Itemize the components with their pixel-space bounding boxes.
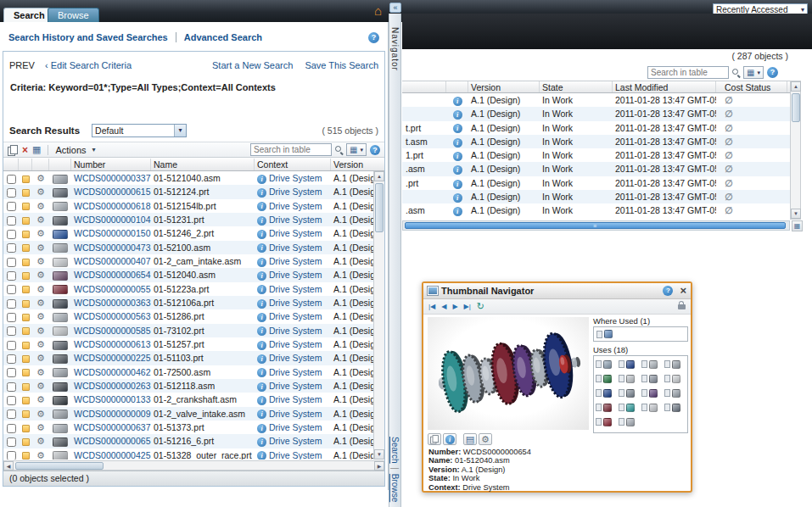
start-new-search-link[interactable]: Start a New Search bbox=[212, 60, 293, 70]
settings-button[interactable]: ⚙ bbox=[479, 433, 492, 445]
row-checkbox[interactable] bbox=[7, 175, 16, 184]
context-link[interactable]: Drive System bbox=[269, 394, 322, 404]
part-thumbnail[interactable] bbox=[53, 396, 68, 405]
context-link[interactable]: Drive System bbox=[269, 339, 322, 349]
save-this-search-link[interactable]: Save This Search bbox=[305, 60, 378, 70]
info-icon[interactable]: i bbox=[257, 368, 266, 377]
info-icon[interactable]: i bbox=[453, 152, 462, 161]
row-checkbox[interactable] bbox=[7, 271, 16, 281]
info-icon[interactable]: i bbox=[257, 299, 266, 309]
actions-gear-icon[interactable]: ⚙ bbox=[36, 450, 45, 460]
part-thumbnail[interactable] bbox=[53, 354, 68, 364]
info-icon[interactable]: i bbox=[257, 243, 266, 253]
info-icon[interactable]: i bbox=[257, 424, 266, 433]
actions-menu[interactable]: Actions bbox=[55, 145, 86, 155]
table-row[interactable]: ⚙ WCDS0000000615 01-512124.prt iDrive Sy… bbox=[3, 185, 373, 198]
part-thumbnail[interactable] bbox=[53, 258, 68, 267]
context-link[interactable]: Drive System bbox=[269, 298, 322, 308]
properties-button[interactable]: i bbox=[443, 433, 456, 445]
row-checkbox[interactable] bbox=[7, 326, 16, 336]
info-icon[interactable]: i bbox=[453, 193, 462, 203]
table-row[interactable]: ⚙ WCDS0000000613 01-51257.prt iDrive Sys… bbox=[3, 337, 373, 351]
table-row[interactable]: t.prt i A.1 (Design) In Work 2011-01-28 … bbox=[402, 121, 790, 135]
scrollbar-thumb[interactable] bbox=[15, 462, 104, 470]
table-row[interactable]: ⚙ WCDS0000000637 01-51373.prt iDrive Sys… bbox=[3, 421, 373, 434]
part-thumbnail[interactable] bbox=[53, 326, 68, 336]
column-header-thumbnail[interactable] bbox=[49, 159, 71, 170]
column-header-context[interactable]: Context bbox=[255, 159, 331, 170]
info-icon[interactable]: i bbox=[257, 326, 266, 336]
part-thumbnail[interactable] bbox=[53, 202, 68, 211]
row-checkbox[interactable] bbox=[7, 299, 16, 309]
uses-item[interactable] bbox=[596, 416, 615, 427]
row-checkbox[interactable] bbox=[7, 230, 16, 239]
row-checkbox[interactable] bbox=[7, 354, 16, 364]
number-link[interactable]: WCDS0000000585 bbox=[74, 326, 150, 336]
uses-item[interactable] bbox=[664, 373, 684, 384]
number-link[interactable]: WCDS0000000009 bbox=[74, 409, 150, 419]
context-link[interactable]: Drive System bbox=[269, 381, 322, 391]
uses-item[interactable] bbox=[641, 402, 661, 413]
number-link[interactable]: WCDS0000000337 bbox=[74, 173, 150, 183]
column-header-note[interactable] bbox=[19, 159, 32, 170]
table-row[interactable]: ⚙ WCDS0000000065 01-51216_6.prt iDrive S… bbox=[3, 434, 373, 448]
info-icon[interactable]: i bbox=[257, 271, 266, 281]
table-options-button[interactable]: ▦ bbox=[792, 220, 803, 231]
column-header-version[interactable]: Version bbox=[331, 159, 377, 170]
actions-gear-icon[interactable]: ⚙ bbox=[36, 284, 45, 294]
number-link[interactable]: WCDS0000000462 bbox=[74, 367, 150, 377]
context-link[interactable]: Drive System bbox=[269, 311, 322, 321]
number-link[interactable]: WCDS0000000407 bbox=[74, 256, 150, 266]
table-row[interactable]: ⚙ WCDS0000000055 01-51223a.prt iDrive Sy… bbox=[3, 282, 373, 296]
actions-gear-icon[interactable]: ⚙ bbox=[36, 214, 45, 225]
part-thumbnail[interactable] bbox=[53, 313, 68, 322]
table-row[interactable]: i A.1 (Design) In Work 2011-01-28 13:47 … bbox=[402, 93, 790, 107]
number-link[interactable]: WCDS0000000225 bbox=[74, 353, 150, 363]
results-vertical-scrollbar[interactable]: ▲ ▼ bbox=[373, 171, 384, 460]
uses-item[interactable] bbox=[664, 359, 684, 370]
context-link[interactable]: Drive System bbox=[269, 422, 322, 432]
results-view-select[interactable]: Default ▾ bbox=[92, 124, 187, 137]
actions-gear-icon[interactable]: ⚙ bbox=[36, 311, 45, 321]
context-link[interactable]: Drive System bbox=[269, 173, 322, 183]
uses-item[interactable] bbox=[619, 373, 638, 384]
column-header-name[interactable] bbox=[402, 81, 446, 92]
number-link[interactable]: WCDS0000000618 bbox=[74, 201, 150, 211]
part-thumbnail[interactable] bbox=[53, 437, 68, 447]
info-icon[interactable]: i bbox=[453, 124, 462, 133]
table-row[interactable]: t.asm i A.1 (Design) In Work 2011-01-28 … bbox=[402, 135, 790, 148]
scroll-up-icon[interactable]: ▲ bbox=[374, 171, 384, 181]
row-checkbox[interactable] bbox=[7, 285, 16, 294]
table-row[interactable]: ⚙ WCDS0000000618 01-512154lb.prt iDrive … bbox=[3, 199, 373, 213]
table-row[interactable]: ⚙ WCDS0000000585 01-73102.prt iDrive Sys… bbox=[3, 324, 373, 337]
table-row[interactable]: ⚙ WCDS0000000425 01-51328_outer_race.prt… bbox=[3, 448, 373, 460]
context-link[interactable]: Drive System bbox=[269, 326, 322, 336]
scrollbar-thumb[interactable]: ≡ bbox=[405, 222, 786, 229]
number-link[interactable]: WCDS0000000637 bbox=[74, 422, 150, 432]
part-thumbnail[interactable] bbox=[53, 424, 68, 433]
uses-item[interactable] bbox=[596, 373, 615, 384]
close-icon[interactable]: × bbox=[680, 286, 686, 296]
info-icon[interactable]: i bbox=[257, 410, 266, 419]
part-thumbnail[interactable] bbox=[53, 216, 68, 226]
info-icon[interactable]: i bbox=[453, 110, 462, 120]
actions-gear-icon[interactable]: ⚙ bbox=[36, 339, 45, 349]
search-in-table-input[interactable] bbox=[250, 143, 332, 156]
row-checkbox[interactable] bbox=[7, 451, 16, 460]
actions-gear-icon[interactable]: ⚙ bbox=[36, 381, 45, 391]
row-checkbox[interactable] bbox=[7, 216, 16, 226]
scroll-right-icon[interactable]: ▶ bbox=[374, 461, 384, 471]
column-header-version[interactable]: Version bbox=[468, 81, 540, 92]
tab-browse[interactable]: Browse bbox=[48, 8, 99, 22]
scrollbar-thumb[interactable] bbox=[375, 183, 384, 232]
number-link[interactable]: WCDS0000000654 bbox=[74, 270, 150, 280]
part-thumbnail[interactable] bbox=[53, 243, 68, 253]
popup-title-bar[interactable]: Thumbnail Navigator ? × bbox=[423, 283, 691, 299]
scroll-down-icon[interactable]: ▼ bbox=[374, 449, 384, 460]
info-icon[interactable]: i bbox=[257, 230, 266, 239]
table-row[interactable]: ⚙ WCDS0000000104 01-51231.prt iDrive Sys… bbox=[3, 213, 373, 226]
previous-icon[interactable]: ◀ bbox=[441, 303, 446, 310]
delete-icon[interactable]: × bbox=[22, 145, 28, 155]
actions-gear-icon[interactable]: ⚙ bbox=[36, 367, 45, 377]
part-thumbnail[interactable] bbox=[53, 341, 68, 350]
